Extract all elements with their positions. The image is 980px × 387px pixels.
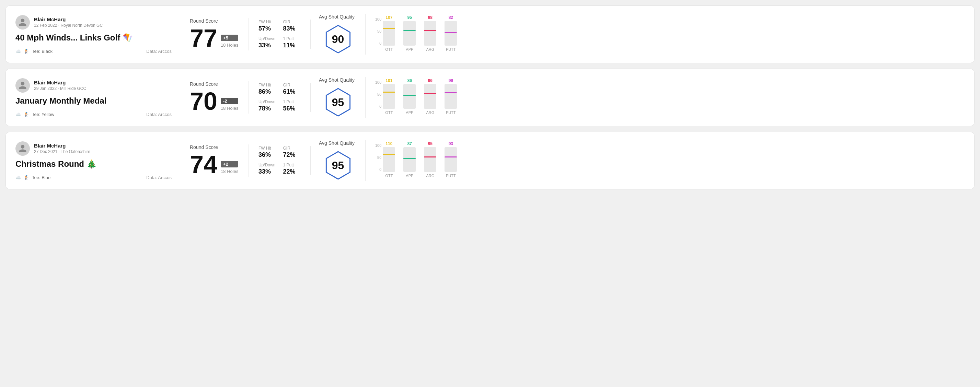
- stat-value: 33%: [258, 168, 276, 175]
- stats-grid: FW Hit36%GIR72%Up/Down33%1 Putt22%: [258, 146, 301, 175]
- y-label: 50: [375, 155, 381, 160]
- round-left-section: Blair McHarg12 Feb 2022 · Royal North De…: [16, 15, 180, 54]
- bar-chart: 110OTT87APP95ARG93PUTT: [383, 143, 457, 178]
- bar-value: 101: [385, 78, 392, 83]
- score-section: Round Score74+218 Holes: [180, 144, 249, 177]
- bar-line: [444, 157, 457, 157]
- stat-item-2: Up/Down33%: [258, 163, 276, 175]
- hexagon: 90: [323, 24, 353, 54]
- tee-row: ☁️🏌Tee: BlueData: Arccos: [16, 175, 172, 180]
- bar-track: [403, 84, 416, 109]
- holes-label: 18 Holes: [221, 106, 238, 111]
- quality-label: Avg Shot Quality: [319, 140, 355, 146]
- score-badge: -2: [221, 98, 238, 104]
- data-source-label: Data: Arccos: [146, 112, 172, 117]
- stat-label: Up/Down: [258, 100, 276, 104]
- bar-xlabel: APP: [406, 174, 413, 178]
- round-title: Christmas Round 🎄: [16, 159, 172, 169]
- chart-section: 100500110OTT87APP95ARG93PUTT: [366, 143, 964, 178]
- bar-xlabel: APP: [406, 111, 413, 114]
- hexagon: 95: [323, 150, 353, 181]
- y-label: 0: [375, 167, 381, 171]
- bar-line: [403, 95, 416, 96]
- bar-xlabel: APP: [406, 48, 413, 51]
- bar-track: [424, 21, 436, 46]
- bar-line: [403, 30, 416, 31]
- score-main: 77+518 Holes: [190, 26, 239, 51]
- stat-item-0: FW Hit86%: [258, 82, 276, 95]
- bar-xlabel: ARG: [426, 48, 434, 51]
- user-info: Blair McHarg12 Feb 2022 · Royal North De…: [34, 16, 103, 28]
- tee-info: ☁️🏌Tee: Black: [16, 49, 52, 54]
- bar-track: [424, 147, 436, 172]
- bar-line: [424, 30, 436, 31]
- stat-value: 72%: [283, 151, 301, 159]
- stat-label: Up/Down: [258, 163, 276, 167]
- score-label: Round Score: [190, 144, 239, 150]
- tee-info: ☁️🏌Tee: Blue: [16, 175, 51, 180]
- tee-label: Tee: Black: [32, 49, 52, 54]
- stat-value: 86%: [258, 88, 276, 95]
- score-badge: +5: [221, 35, 238, 41]
- stat-label: FW Hit: [258, 146, 276, 151]
- score-section: Round Score77+518 Holes: [180, 18, 249, 51]
- score-main: 70-218 Holes: [190, 89, 239, 114]
- round-card-3: Blair McHarg27 Dec 2021 · The Oxfordshir…: [5, 132, 975, 189]
- bar-value: 95: [407, 15, 412, 20]
- chart-inner: 100500101OTT86APP96ARG99PUTT: [375, 80, 964, 114]
- bar-line: [444, 32, 457, 33]
- y-label: 100: [375, 80, 381, 84]
- bar-line: [383, 28, 395, 29]
- score-badge-container: +218 Holes: [221, 161, 238, 177]
- bar-chart: 101OTT86APP96ARG99PUTT: [383, 80, 457, 114]
- stat-label: Up/Down: [258, 36, 276, 41]
- user-sub: 12 Feb 2022 · Royal North Devon GC: [34, 23, 103, 28]
- avatar: [16, 15, 30, 30]
- tee-info: ☁️🏌Tee: Yellow: [16, 112, 54, 117]
- stat-value: 56%: [283, 105, 301, 112]
- bar-xlabel: ARG: [426, 174, 434, 178]
- tee-row: ☁️🏌Tee: BlackData: Arccos: [16, 49, 172, 54]
- bar-xlabel: OTT: [385, 48, 393, 51]
- y-label: 100: [375, 17, 381, 21]
- avatar: [16, 141, 30, 156]
- stat-label: 1 Putt: [283, 100, 301, 104]
- bar-xlabel: OTT: [385, 111, 393, 114]
- bar-value: 82: [449, 15, 453, 20]
- bar-chart: 107OTT95APP98ARG82PUTT: [383, 17, 457, 51]
- user-row: Blair McHarg29 Jan 2022 · Mill Ride GCC: [16, 78, 172, 93]
- user-info: Blair McHarg27 Dec 2021 · The Oxfordshir…: [34, 143, 90, 154]
- data-source-label: Data: Arccos: [146, 175, 172, 180]
- stat-item-1: GIR83%: [283, 19, 301, 32]
- bag-icon: 🏌: [24, 175, 29, 180]
- stat-value: 22%: [283, 168, 301, 175]
- holes-label: 18 Holes: [221, 169, 238, 174]
- bar-group-arg: 95ARG: [424, 141, 436, 178]
- stat-value: 36%: [258, 151, 276, 159]
- round-title: January Monthly Medal: [16, 96, 172, 106]
- bar-track: [403, 147, 416, 172]
- quality-section: Avg Shot Quality90: [311, 14, 366, 54]
- bar-track: [444, 84, 457, 109]
- score-label: Round Score: [190, 81, 239, 87]
- quality-score: 95: [332, 96, 344, 109]
- score-number: 74: [190, 152, 217, 177]
- hexagon-container: 95: [319, 150, 357, 181]
- bar-xlabel: PUTT: [446, 111, 456, 114]
- bar-value: 107: [385, 15, 392, 20]
- stats-section: FW Hit36%GIR72%Up/Down33%1 Putt22%: [249, 146, 311, 175]
- stat-label: 1 Putt: [283, 36, 301, 41]
- score-main: 74+218 Holes: [190, 152, 239, 177]
- bar-track: [444, 21, 457, 46]
- bar-group-ott: 101OTT: [383, 78, 395, 114]
- score-badge-container: -218 Holes: [221, 98, 238, 114]
- bar-track: [403, 21, 416, 46]
- bar-xlabel: ARG: [426, 111, 434, 114]
- tee-row: ☁️🏌Tee: YellowData: Arccos: [16, 112, 172, 117]
- bar-group-app: 87APP: [403, 141, 416, 178]
- y-label: 100: [375, 143, 381, 148]
- stats-section: FW Hit57%GIR83%Up/Down33%1 Putt11%: [249, 19, 311, 49]
- user-name: Blair McHarg: [34, 143, 90, 149]
- stat-label: FW Hit: [258, 19, 276, 24]
- quality-label: Avg Shot Quality: [319, 77, 355, 82]
